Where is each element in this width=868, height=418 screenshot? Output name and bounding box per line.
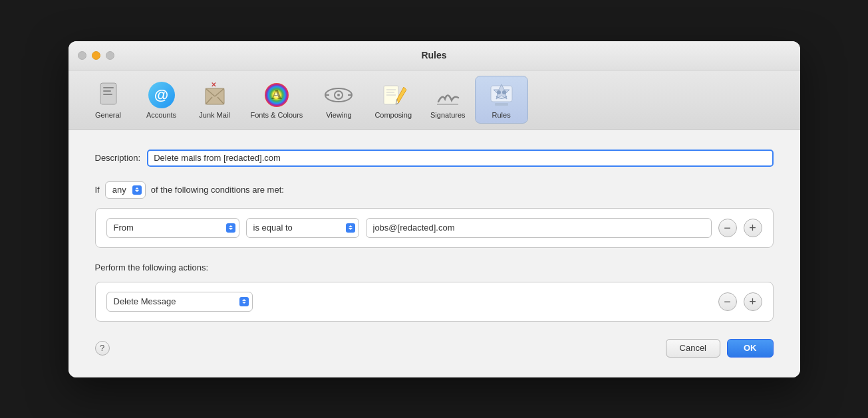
svg-rect-26 — [495, 103, 508, 106]
toolbar-item-junk-mail[interactable]: ✕ Junk Mail — [188, 76, 241, 123]
toolbar-item-accounts[interactable]: @ Accounts — [135, 76, 188, 123]
toolbar-item-general[interactable]: General — [82, 76, 135, 123]
remove-action-button[interactable]: − — [718, 292, 737, 311]
ok-button[interactable]: OK — [727, 339, 774, 358]
condition-value-input[interactable] — [366, 218, 712, 238]
condition-operator-container: is equal to contains does not contain be… — [246, 218, 359, 238]
signatures-icon — [433, 80, 462, 110]
signatures-label: Signatures — [430, 111, 466, 119]
fonts-colours-icon: A — [262, 80, 291, 110]
condition-field-container: From To Subject Any Recipient — [106, 218, 239, 238]
condition-operator-select[interactable]: is equal to contains does not contain be… — [246, 218, 359, 238]
composing-icon — [378, 80, 408, 110]
maximize-button[interactable] — [106, 51, 114, 60]
rules-label: Rules — [492, 111, 511, 119]
svg-text:A: A — [271, 86, 282, 102]
viewing-icon — [324, 80, 353, 110]
svg-point-28 — [502, 90, 506, 94]
toolbar: General @ Accounts ✕ Junk Mail — [69, 70, 800, 130]
conditions-if-text: If — [95, 185, 100, 195]
close-button[interactable] — [78, 51, 86, 60]
description-input[interactable] — [147, 150, 773, 167]
svg-text:✕: ✕ — [211, 81, 216, 88]
add-condition-button[interactable]: + — [744, 219, 762, 237]
traffic-lights — [78, 51, 114, 60]
any-select-container: any all — [105, 181, 146, 199]
condition-row: From To Subject Any Recipient is equal t… — [106, 218, 762, 238]
general-icon — [94, 80, 123, 110]
footer-row: ? Cancel OK — [95, 339, 774, 358]
titlebar: Rules — [69, 41, 800, 70]
action-select-container: Delete Message Move Message Copy Message… — [106, 292, 253, 312]
actions-label: Perform the following actions: — [95, 262, 774, 272]
description-row: Description: — [95, 150, 774, 167]
toolbar-item-composing[interactable]: Composing — [365, 76, 421, 123]
remove-condition-button[interactable]: − — [718, 219, 737, 237]
svg-point-27 — [497, 90, 501, 94]
accounts-icon: @ — [147, 80, 176, 110]
svg-point-14 — [337, 94, 340, 96]
toolbar-item-rules[interactable]: Rules — [475, 76, 528, 124]
actions-panel: Delete Message Move Message Copy Message… — [95, 282, 774, 322]
toolbar-item-signatures[interactable]: Signatures — [421, 76, 475, 123]
composing-label: Composing — [374, 111, 412, 119]
toolbar-item-viewing[interactable]: Viewing — [312, 76, 365, 123]
fonts-colours-label: Fonts & Colours — [251, 111, 303, 119]
minimize-button[interactable] — [92, 51, 100, 60]
junk-mail-label: Junk Mail — [199, 111, 229, 119]
main-window: Rules General @ Accounts — [69, 41, 800, 377]
toolbar-item-fonts-colours[interactable]: A Fonts & Colours — [241, 76, 313, 123]
viewing-label: Viewing — [326, 111, 351, 119]
conditions-suffix-text: of the following conditions are met: — [151, 185, 284, 195]
footer-buttons: Cancel OK — [666, 339, 774, 358]
add-action-button[interactable]: + — [744, 292, 762, 311]
svg-rect-2 — [103, 90, 111, 92]
action-select[interactable]: Delete Message Move Message Copy Message… — [106, 292, 253, 312]
window-title: Rules — [421, 50, 446, 60]
content-area: Description: If any all of the following… — [69, 130, 800, 377]
svg-rect-1 — [103, 87, 114, 88]
cancel-button[interactable]: Cancel — [666, 339, 720, 358]
conditions-panel: From To Subject Any Recipient is equal t… — [95, 208, 774, 248]
rules-icon — [487, 80, 516, 110]
junk-mail-icon: ✕ — [200, 80, 229, 110]
any-select[interactable]: any all — [105, 181, 146, 199]
accounts-label: Accounts — [146, 111, 176, 119]
condition-field-select[interactable]: From To Subject Any Recipient — [106, 218, 239, 238]
general-label: General — [95, 111, 121, 119]
action-row: Delete Message Move Message Copy Message… — [106, 292, 762, 312]
svg-rect-3 — [103, 94, 112, 95]
help-button[interactable]: ? — [95, 341, 110, 356]
conditions-header: If any all of the following conditions a… — [95, 181, 774, 199]
description-label: Description: — [95, 153, 141, 163]
